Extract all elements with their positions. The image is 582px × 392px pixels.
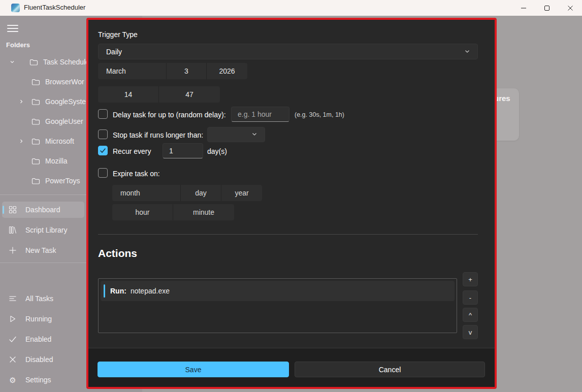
sidebar-item-label: Script Library — [25, 226, 67, 234]
expire-minute-segment[interactable]: minute — [173, 204, 234, 220]
actions-list[interactable]: Run: notepad.exe — [98, 278, 457, 333]
recur-interval-input[interactable] — [163, 143, 203, 158]
action-run-value: notepad.exe — [131, 287, 170, 295]
start-year-segment[interactable]: 2026 — [207, 63, 247, 79]
section-divider — [98, 234, 478, 235]
dialog-footer: Save Cancel — [88, 348, 495, 387]
sidebar-item-dashboard[interactable]: Dashboard — [2, 202, 84, 218]
recur-label: Recur every — [113, 147, 151, 155]
tree-item-mozilla[interactable]: Mozilla — [31, 153, 68, 169]
chevron-right-icon[interactable] — [17, 138, 25, 144]
save-button[interactable]: Save — [98, 362, 289, 377]
gear-icon: ⚙ — [8, 376, 17, 384]
chevron-down-icon — [251, 130, 257, 139]
action-run-prefix: Run: — [110, 287, 126, 295]
folder-icon — [31, 157, 40, 165]
expire-month-segment[interactable]: month — [112, 185, 181, 201]
tree-item-task-scheduler[interactable]: Task Scheduler — [8, 54, 92, 70]
selection-indicator — [3, 206, 4, 214]
sidebar-item-all-tasks[interactable]: All Tasks — [2, 290, 84, 307]
folder-icon — [31, 118, 40, 125]
app-icon — [11, 4, 20, 12]
sidebar-item-label: Dashboard — [25, 206, 60, 214]
chevron-down-icon — [464, 48, 470, 56]
start-time-picker[interactable]: 14 47 — [98, 86, 220, 103]
action-item[interactable]: Run: notepad.exe — [101, 281, 455, 301]
title-bar: FluentTaskScheduler — [0, 0, 582, 16]
chevron-right-icon[interactable] — [17, 99, 25, 105]
recur-suffix-label: day(s) — [207, 147, 227, 155]
stop-duration-dropdown[interactable] — [207, 127, 265, 142]
window-title: FluentTaskScheduler — [24, 4, 85, 11]
sidebar-item-enabled[interactable]: Enabled — [2, 331, 84, 347]
play-icon — [8, 315, 17, 323]
stop-label: Stop task if runs longer than: — [113, 131, 203, 139]
expire-hour-segment[interactable]: hour — [112, 204, 173, 220]
minimize-button[interactable] — [512, 0, 535, 16]
start-month-segment[interactable]: March — [98, 63, 167, 79]
sidebar-item-new-task[interactable]: New Task — [2, 242, 84, 258]
action-selection-bar — [104, 284, 105, 298]
tree-item-microsoft[interactable]: Microsoft — [17, 133, 74, 149]
delay-input[interactable] — [231, 107, 289, 122]
tree-item-powertoys[interactable]: PowerToys — [31, 173, 80, 189]
close-button[interactable] — [559, 0, 582, 16]
maximize-button[interactable] — [535, 0, 559, 16]
actions-heading: Actions — [98, 247, 137, 259]
tree-item-label: Microsoft — [45, 137, 74, 145]
dashboard-grid-icon — [8, 206, 17, 214]
x-icon — [8, 355, 17, 364]
sidebar-item-settings[interactable]: ⚙ Settings — [2, 372, 84, 388]
tree-item-label: Mozilla — [45, 157, 68, 165]
expire-checkbox[interactable] — [98, 168, 108, 178]
tree-item-label: GoogleUser — [45, 117, 83, 125]
tree-item-label: PowerToys — [45, 177, 80, 185]
add-action-button[interactable]: + — [463, 272, 478, 286]
tree-item-label: GoogleSyste — [45, 97, 86, 106]
sidebar-item-label: Disabled — [25, 355, 53, 364]
sidebar-item-running[interactable]: Running — [2, 311, 84, 327]
tree-item-browserwor[interactable]: BrowserWor — [31, 74, 84, 90]
tree-item-googleuser[interactable]: GoogleUser — [31, 113, 83, 129]
expire-year-segment[interactable]: year — [221, 185, 262, 201]
trigger-type-value: Daily — [99, 48, 122, 56]
folder-icon — [31, 78, 40, 86]
library-icon — [8, 226, 17, 234]
tree-item-googlesyste[interactable]: GoogleSyste — [17, 93, 86, 110]
chevron-down-icon[interactable] — [8, 59, 16, 65]
move-action-up-button[interactable]: ^ — [463, 308, 478, 322]
delay-checkbox[interactable] — [98, 109, 108, 119]
start-hour-segment[interactable]: 14 — [98, 86, 159, 103]
start-date-picker[interactable]: March 3 2026 — [98, 63, 247, 79]
sidebar-item-label: Enabled — [25, 335, 51, 343]
delay-hint: (e.g. 30s, 1m, 1h) — [295, 111, 344, 118]
cancel-button[interactable]: Cancel — [295, 362, 485, 377]
check-icon — [8, 335, 17, 343]
sidebar-item-label: New Task — [25, 246, 56, 254]
sidebar-item-script-library[interactable]: Script Library — [2, 222, 84, 238]
recur-checkbox[interactable] — [98, 146, 108, 155]
folder-icon — [31, 98, 40, 106]
list-icon — [8, 295, 17, 303]
folders-heading: Folders — [6, 41, 30, 49]
trigger-editor-dialog: Trigger Type Daily March 3 2026 14 47 De… — [86, 18, 497, 389]
plus-icon — [8, 246, 17, 254]
delay-label: Delay task for up to (random delay): — [113, 111, 226, 119]
folder-icon — [31, 138, 40, 145]
expire-time-picker[interactable]: hour minute — [112, 204, 234, 220]
expire-label: Expire task on: — [113, 170, 160, 178]
folder-icon — [29, 58, 38, 66]
hamburger-menu-icon[interactable] — [7, 23, 18, 32]
expire-date-picker[interactable]: month day year — [112, 185, 262, 201]
start-day-segment[interactable]: 3 — [167, 63, 207, 79]
trigger-type-label: Trigger Type — [98, 30, 138, 39]
move-action-down-button[interactable]: v — [463, 325, 478, 339]
trigger-type-dropdown[interactable]: Daily — [98, 44, 478, 59]
sidebar-item-disabled[interactable]: Disabled — [2, 351, 84, 368]
remove-action-button[interactable]: - — [463, 290, 478, 305]
stop-checkbox[interactable] — [98, 129, 108, 139]
start-minute-segment[interactable]: 47 — [159, 86, 220, 103]
sidebar-item-label: All Tasks — [25, 295, 53, 303]
tree-item-label: BrowserWor — [45, 78, 84, 86]
expire-day-segment[interactable]: day — [181, 185, 221, 201]
